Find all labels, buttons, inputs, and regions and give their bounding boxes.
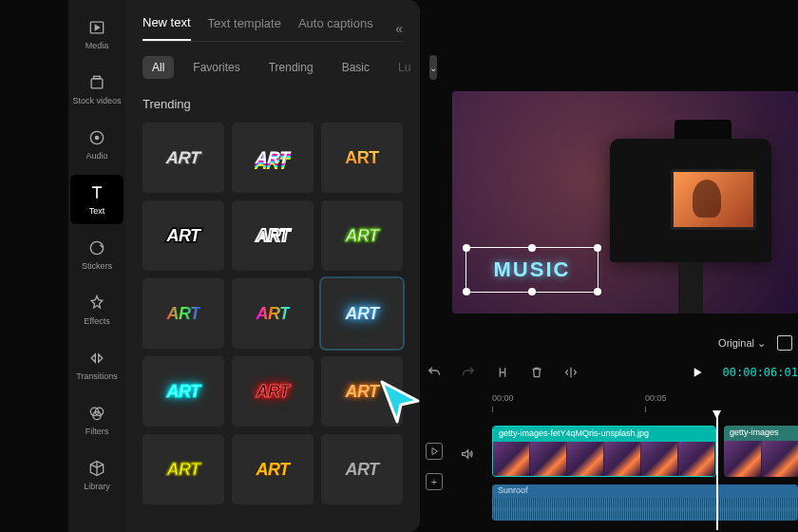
video-track[interactable]: getty-images-fetY4qMQris-unsplash.jpg ge… xyxy=(492,426,798,486)
playhead[interactable] xyxy=(716,416,718,530)
panel-tabs: New text Text template Auto captions « xyxy=(142,15,403,42)
text-style-tile[interactable]: ART xyxy=(232,356,314,427)
video-preview[interactable]: MUSIC xyxy=(452,91,798,314)
text-style-tile[interactable]: ART xyxy=(321,356,403,427)
timecode: 00:00:06:01 xyxy=(723,366,798,379)
sidebar-label: Stickers xyxy=(82,261,112,271)
svg-point-4 xyxy=(95,136,98,139)
text-style-tile[interactable]: ART xyxy=(321,434,403,504)
audio-label: Sunroof xyxy=(492,484,798,498)
sidebar-item-stock[interactable]: Stock videos xyxy=(70,65,124,114)
sidebar-label: Filters xyxy=(86,427,109,436)
ruler-tick: 00:00 xyxy=(492,393,645,412)
sidebar-item-filters[interactable]: Filters xyxy=(70,395,124,445)
filter-dropdown-icon[interactable]: ⌄ xyxy=(429,55,437,80)
add-track-icon[interactable]: + xyxy=(426,473,443,490)
sidebar-item-stickers[interactable]: Stickers xyxy=(70,230,124,279)
stickers-icon xyxy=(87,238,106,257)
camera-prop xyxy=(678,262,703,314)
preview-footer: Original ⌄ xyxy=(452,331,798,355)
svg-rect-1 xyxy=(91,79,103,88)
sidebar-item-text[interactable]: Text xyxy=(70,175,124,224)
text-style-tile[interactable]: ART xyxy=(232,123,314,193)
resize-handle[interactable] xyxy=(528,288,536,295)
tab-auto-captions[interactable]: Auto captions xyxy=(298,16,373,40)
text-style-tile[interactable]: ART xyxy=(232,278,314,349)
resize-handle[interactable] xyxy=(594,244,601,252)
chevron-down-icon: ⌄ xyxy=(757,337,766,350)
text-style-tile[interactable]: ART xyxy=(321,200,403,271)
overlay-text[interactable]: MUSIC xyxy=(494,257,571,282)
camera-prop xyxy=(671,169,756,230)
add-track-icon[interactable] xyxy=(426,443,443,460)
timeline-toolbar: 00:00:06:01 xyxy=(420,359,798,386)
resize-handle[interactable] xyxy=(463,288,470,295)
tab-new-text[interactable]: New text xyxy=(142,15,191,41)
text-style-tile[interactable]: ART xyxy=(142,123,224,193)
clip-label: getty-images-fetY4qMQris-unsplash.jpg xyxy=(493,427,715,442)
text-style-grid: ART ART ART ART ART ART ART ART ART ART … xyxy=(142,123,403,504)
svg-point-5 xyxy=(90,241,103,254)
audio-icon xyxy=(87,128,106,147)
filter-favorites[interactable]: Favorites xyxy=(183,56,249,79)
text-panel: New text Text template Auto captions « A… xyxy=(125,0,420,532)
transitions-icon xyxy=(87,349,106,368)
section-title: Trending xyxy=(142,97,403,111)
text-overlay-box[interactable]: MUSIC xyxy=(466,247,598,293)
sidebar-item-transitions[interactable]: Transitions xyxy=(70,340,124,390)
sidebar-item-library[interactable]: Library xyxy=(70,450,124,500)
text-style-tile[interactable]: ART xyxy=(142,278,224,349)
audio-track[interactable]: Sunroof xyxy=(492,484,798,522)
sidebar-label: Transitions xyxy=(76,371,118,381)
resize-handle[interactable] xyxy=(528,244,536,252)
video-clip-selected[interactable]: getty-images-fetY4qMQris-unsplash.jpg xyxy=(492,426,716,477)
undo-icon[interactable] xyxy=(426,364,443,381)
stock-icon xyxy=(87,73,106,92)
filters-icon xyxy=(87,404,106,423)
play-icon[interactable] xyxy=(689,364,706,381)
split-icon[interactable] xyxy=(494,364,511,381)
filter-trending[interactable]: Trending xyxy=(259,56,323,79)
ruler-tick: 00:05 xyxy=(645,393,798,412)
sidebar-label: Audio xyxy=(86,151,107,161)
delete-icon[interactable] xyxy=(528,364,545,381)
aspect-ratio-dropdown[interactable]: Original ⌄ xyxy=(718,337,766,350)
text-icon xyxy=(87,183,106,202)
filter-basic[interactable]: Basic xyxy=(332,56,379,79)
timeline: + 00:00 00:05 getty-images-fetY4qMQris-u… xyxy=(420,390,798,532)
sidebar-label: Text xyxy=(89,206,105,216)
filter-all[interactable]: All xyxy=(142,56,174,79)
sidebar-item-media[interactable]: Media xyxy=(70,10,124,59)
sidebar-item-effects[interactable]: Effects xyxy=(70,285,124,334)
filter-row: All Favorites Trending Basic Lu ⌄ xyxy=(142,55,403,80)
text-style-tile-selected[interactable]: ART xyxy=(321,278,403,349)
timeline-ruler[interactable]: 00:00 00:05 xyxy=(492,393,798,412)
text-style-tile[interactable]: ART xyxy=(321,123,403,193)
library-icon xyxy=(87,459,106,478)
filter-more[interactable]: Lu xyxy=(389,56,420,79)
waveform xyxy=(492,498,798,521)
text-style-tile[interactable]: ART xyxy=(142,356,224,427)
sidebar-label: Media xyxy=(86,41,109,50)
mirror-icon[interactable] xyxy=(562,364,580,381)
video-clip[interactable]: getty-images xyxy=(724,426,798,477)
media-icon xyxy=(87,18,106,37)
tab-text-template[interactable]: Text template xyxy=(208,16,281,40)
audio-clip[interactable]: Sunroof xyxy=(492,484,798,521)
collapse-panel-icon[interactable]: « xyxy=(395,21,403,36)
sidebar-label: Stock videos xyxy=(72,96,121,105)
redo-icon[interactable] xyxy=(460,364,477,381)
sidebar-label: Library xyxy=(84,482,110,491)
clip-thumbnails xyxy=(493,442,715,476)
fullscreen-icon[interactable] xyxy=(777,335,792,351)
mute-track-icon[interactable] xyxy=(460,446,475,466)
sidebar-label: Effects xyxy=(84,316,109,326)
text-style-tile[interactable]: ART xyxy=(142,434,224,504)
text-style-tile[interactable]: ART xyxy=(232,200,314,271)
text-style-tile[interactable]: ART xyxy=(142,200,224,271)
sidebar-item-audio[interactable]: Audio xyxy=(70,120,124,169)
text-style-tile[interactable]: ART xyxy=(232,434,314,504)
resize-handle[interactable] xyxy=(463,244,470,252)
resize-handle[interactable] xyxy=(594,288,601,295)
left-sidebar: Media Stock videos Audio Text Stickers E… xyxy=(68,0,125,532)
